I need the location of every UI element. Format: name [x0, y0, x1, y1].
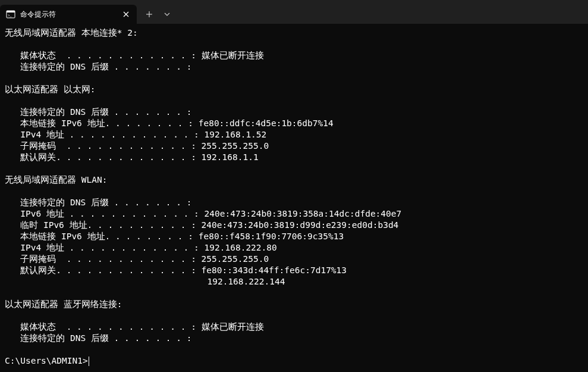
blank-line: [5, 287, 583, 299]
tab-title: 命令提示符: [20, 10, 117, 20]
adapter-header: 以太网适配器 蓝牙网络连接:: [5, 299, 583, 310]
titlebar: >_ 命令提示符: [0, 0, 588, 24]
adapter-property-line: 连接特定的 DNS 后缀 . . . . . . . :: [5, 197, 583, 208]
adapter-header: 以太网适配器 以太网:: [5, 84, 583, 95]
tab-close-button[interactable]: [121, 10, 131, 19]
adapter-property-line: 默认网关. . . . . . . . . . . . . : 192.168.…: [5, 152, 583, 163]
adapter-property-line: 连接特定的 DNS 后缀 . . . . . . . :: [5, 107, 583, 118]
blank-line: [5, 95, 583, 107]
tab-dropdown-button[interactable]: [158, 5, 176, 23]
prompt-text: C:\Users\ADMIN1>: [5, 355, 88, 367]
svg-rect-1: [7, 11, 15, 12]
tab-cmd[interactable]: >_ 命令提示符: [0, 5, 137, 24]
adapter-property-line: 子网掩码 . . . . . . . . . . . . : 255.255.2…: [5, 140, 583, 152]
adapter-property-line: IPv6 地址 . . . . . . . . . . . . : 240e:4…: [5, 208, 583, 220]
blank-line: [5, 310, 583, 321]
adapter-property-line: 默认网关. . . . . . . . . . . . . : fe80::34…: [5, 265, 583, 276]
prompt-line[interactable]: C:\Users\ADMIN1>: [5, 355, 583, 367]
adapter-property-line: 连接特定的 DNS 后缀 . . . . . . . :: [5, 333, 583, 344]
adapter-property-line: 本地链接 IPv6 地址. . . . . . . . : fe80::f458…: [5, 231, 583, 242]
adapter-property-line: 媒体状态 . . . . . . . . . . . . : 媒体已断开连接: [5, 50, 583, 61]
adapter-property-line: IPv4 地址 . . . . . . . . . . . . : 192.16…: [5, 242, 583, 254]
adapter-header: 无线局域网适配器 WLAN:: [5, 174, 583, 186]
cursor: [89, 357, 89, 366]
svg-text:>_: >_: [8, 14, 12, 17]
adapter-property-line: 本地链接 IPv6 地址. . . . . . . . : fe80::ddfc…: [5, 118, 583, 129]
adapter-header: 无线局域网适配器 本地连接* 2:: [5, 27, 583, 39]
new-tab-button[interactable]: [140, 5, 158, 23]
adapter-property-line: 临时 IPv6 地址. . . . . . . . . . : 240e:473…: [5, 220, 583, 231]
blank-line: [5, 344, 583, 355]
cmd-icon: >_: [6, 10, 15, 19]
adapter-property-line: IPv4 地址 . . . . . . . . . . . . : 192.16…: [5, 129, 583, 140]
adapter-property-line: 子网掩码 . . . . . . . . . . . . : 255.255.2…: [5, 254, 583, 265]
adapter-property-line: 媒体状态 . . . . . . . . . . . . : 媒体已断开连接: [5, 321, 583, 333]
blank-line: [5, 39, 583, 50]
blank-line: [5, 163, 583, 174]
terminal-output[interactable]: 无线局域网适配器 本地连接* 2: 媒体状态 . . . . . . . . .…: [0, 24, 588, 370]
tabs-row: >_ 命令提示符: [0, 5, 588, 24]
titlebar-top-strip: [0, 0, 588, 5]
blank-line: [5, 73, 583, 84]
adapter-property-line: 连接特定的 DNS 后缀 . . . . . . . :: [5, 61, 583, 73]
adapter-property-line: 192.168.222.144: [5, 276, 583, 287]
blank-line: [5, 186, 583, 197]
